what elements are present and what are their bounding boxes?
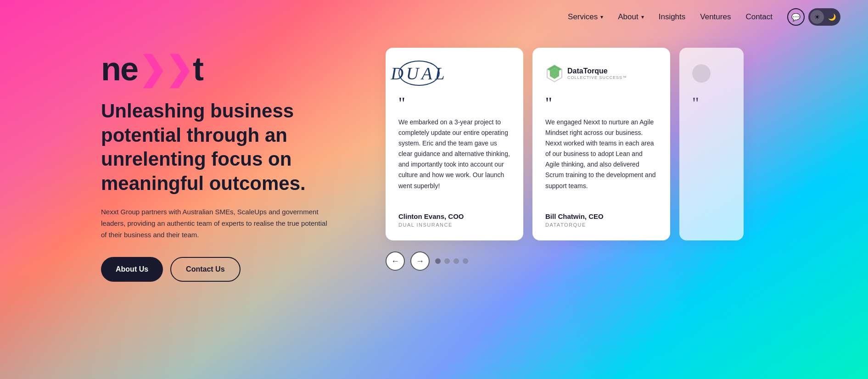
nav-item-contact[interactable]: Contact	[745, 12, 773, 22]
datatq-name: DataTorque COLLECTIVE SUCCESS™	[567, 67, 627, 80]
card-attribution-1: Clinton Evans, COO DUAL INSURANCE	[398, 212, 510, 228]
datatq-logo-icon	[545, 64, 564, 83]
moon-icon: 🌙	[828, 13, 836, 21]
logo-suffix: t	[193, 52, 203, 85]
card-quote-2: We engaged Nexxt to nurture an Agile Min…	[545, 117, 657, 200]
navbar: Services ▾ About ▾ Insights Ventures Con…	[0, 0, 868, 34]
dual-logo-text: DUAL	[391, 63, 447, 84]
testimonial-card-datatq: DataTorque COLLECTIVE SUCCESS™ " We enga…	[532, 48, 670, 240]
hero-left: ne ❯❯ t Unleashing business potential th…	[101, 43, 358, 282]
hero-section: Services ▾ About ▾ Insights Ventures Con…	[0, 0, 868, 379]
theme-light-button[interactable]: ☀	[810, 10, 824, 24]
hero-content: ne ❯❯ t Unleashing business potential th…	[0, 34, 868, 282]
carousel-dot-2[interactable]	[444, 258, 450, 264]
logo-text: ne ❯❯ t	[101, 52, 358, 85]
nav-label-contact: Contact	[745, 12, 773, 22]
theme-dark-button[interactable]: 🌙	[825, 10, 839, 24]
logo: ne ❯❯ t	[101, 52, 358, 85]
chevron-down-icon: ▾	[600, 14, 603, 20]
quote-mark-icon-3: "	[692, 95, 731, 111]
testimonial-card-partial: "	[679, 48, 744, 240]
partial-logo	[692, 64, 711, 83]
card-company-2: DATATORQUE	[545, 222, 657, 228]
hero-description: Nexxt Group partners with Australian SME…	[101, 206, 330, 240]
nav-item-ventures[interactable]: Ventures	[700, 12, 731, 22]
card-logo-partial	[692, 61, 731, 86]
carousel-dot-1[interactable]	[435, 258, 441, 264]
datatq-name-sub: COLLECTIVE SUCCESS™	[567, 75, 627, 80]
carousel-prev-button[interactable]: ←	[386, 251, 405, 271]
contact-us-button[interactable]: Contact Us	[170, 257, 240, 282]
datatq-name-main: DataTorque	[567, 67, 627, 75]
datatq-logo: DataTorque COLLECTIVE SUCCESS™	[545, 64, 627, 83]
nav-label-ventures: Ventures	[700, 12, 731, 22]
card-person-name-2: Bill Chatwin, CEO	[545, 212, 657, 220]
nav-item-services[interactable]: Services ▾	[568, 12, 603, 22]
theme-toggle: ☀ 🌙	[808, 8, 840, 26]
testimonial-section: DUAL " We embarked on a 3-year project t…	[386, 43, 822, 271]
carousel-dot-3[interactable]	[454, 258, 459, 264]
card-logo-dual: DUAL	[398, 61, 510, 86]
logo-prefix: ne	[101, 52, 138, 85]
card-quote-3	[692, 117, 731, 228]
nav-icons: 💬 ☀ 🌙	[787, 8, 840, 26]
card-logo-datatq: DataTorque COLLECTIVE SUCCESS™	[545, 61, 657, 86]
nav-item-insights[interactable]: Insights	[659, 12, 686, 22]
card-quote-1: We embarked on a 3-year project to compl…	[398, 117, 510, 200]
nav-label-services: Services	[568, 12, 598, 22]
carousel-controls: ← →	[386, 251, 822, 271]
nav-item-about[interactable]: About ▾	[618, 12, 644, 22]
card-company-1: DUAL INSURANCE	[398, 222, 510, 228]
chevron-left-icon: ←	[391, 256, 399, 266]
hero-buttons: About Us Contact Us	[101, 257, 358, 282]
about-us-button[interactable]: About Us	[101, 257, 163, 282]
carousel-dots	[435, 258, 468, 264]
chat-icon: 💬	[791, 13, 801, 22]
chevron-down-icon: ▾	[641, 14, 644, 20]
nav-label-about: About	[618, 12, 638, 22]
logo-arrow-icon: ❯❯	[139, 52, 192, 85]
cards-row: DUAL " We embarked on a 3-year project t…	[386, 48, 822, 240]
carousel-next-button[interactable]: →	[410, 251, 430, 271]
card-attribution-2: Bill Chatwin, CEO DATATORQUE	[545, 212, 657, 228]
hero-headline: Unleashing business potential through an…	[101, 99, 340, 195]
sun-icon: ☀	[814, 13, 820, 21]
quote-mark-icon-2: "	[545, 95, 657, 111]
carousel-dot-4[interactable]	[463, 258, 468, 264]
testimonial-card-dual: DUAL " We embarked on a 3-year project t…	[386, 48, 523, 240]
dual-logo: DUAL	[398, 61, 440, 86]
card-person-name-1: Clinton Evans, COO	[398, 212, 510, 220]
nav-label-insights: Insights	[659, 12, 686, 22]
chat-button[interactable]: 💬	[787, 8, 805, 26]
chevron-right-icon: →	[416, 256, 424, 266]
quote-mark-icon: "	[398, 95, 510, 111]
